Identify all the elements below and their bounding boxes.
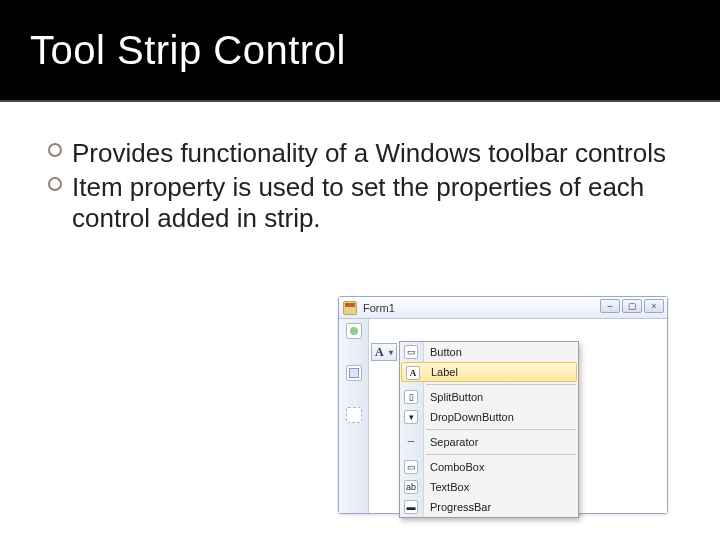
- separator-icon: ─: [404, 435, 418, 449]
- progressbar-icon: ▬: [404, 500, 418, 514]
- window-title: Form1: [363, 302, 395, 314]
- dropdown-item-splitbutton[interactable]: ▯ SplitButton: [400, 387, 578, 407]
- bullet-item: Provides functionality of a Windows tool…: [48, 138, 684, 170]
- dropdown-item-combobox[interactable]: ▭ ComboBox: [400, 457, 578, 477]
- slide-title: Tool Strip Control: [30, 28, 346, 73]
- window-titlebar: Form1 – ▢ ×: [339, 297, 667, 319]
- maximize-button[interactable]: ▢: [622, 299, 642, 313]
- dropdown-item-label[interactable]: A Label: [401, 362, 577, 382]
- combobox-icon: ▭: [404, 460, 418, 474]
- dropdownbutton-icon: ▾: [404, 410, 418, 424]
- bullet-item: Item property is used to set the propert…: [48, 172, 684, 235]
- dropdown-item-label: Button: [430, 346, 462, 358]
- bullet-marker-icon: [48, 177, 62, 191]
- bullet-text: Item property is used to set the propert…: [72, 172, 644, 234]
- dropdown-item-label: ProgressBar: [430, 501, 491, 513]
- form-canvas: A ▾ ▭ Button A Label ▯ SplitButton: [369, 319, 667, 513]
- dropdown-item-separator[interactable]: ─ Separator: [400, 432, 578, 452]
- add-item-dropdown-button[interactable]: A ▾: [371, 343, 397, 361]
- dropdown-separator: [426, 429, 576, 430]
- dropdown-item-label: Label: [431, 366, 458, 378]
- dropdown-item-dropdownbutton[interactable]: ▾ DropDownButton: [400, 407, 578, 427]
- dropdown-item-textbox[interactable]: ab TextBox: [400, 477, 578, 497]
- toolstrip-icon[interactable]: [346, 365, 362, 381]
- form-icon: [343, 301, 357, 315]
- dropdown-item-label: DropDownButton: [430, 411, 514, 423]
- toolstrip-icon[interactable]: [346, 323, 362, 339]
- vertical-toolstrip: [339, 319, 369, 513]
- dropdown-item-progressbar[interactable]: ▬ ProgressBar: [400, 497, 578, 517]
- toolstrip-icon[interactable]: [346, 407, 362, 423]
- textbox-icon: ab: [404, 480, 418, 494]
- bullet-marker-icon: [48, 143, 62, 157]
- window-body: A ▾ ▭ Button A Label ▯ SplitButton: [339, 319, 667, 513]
- item-type-dropdown: ▭ Button A Label ▯ SplitButton ▾ DropDow…: [399, 341, 579, 518]
- screenshot-form-window: Form1 – ▢ × A ▾ ▭ Button A: [338, 296, 668, 514]
- label-icon: A: [406, 366, 420, 380]
- dropdown-separator: [426, 384, 576, 385]
- slide-body: Provides functionality of a Windows tool…: [0, 102, 720, 235]
- splitbutton-icon: ▯: [404, 390, 418, 404]
- window-controls: – ▢ ×: [600, 299, 664, 313]
- dropdown-item-label: ComboBox: [430, 461, 484, 473]
- slide-title-band: Tool Strip Control: [0, 0, 720, 102]
- bullet-text: Provides functionality of a Windows tool…: [72, 138, 666, 168]
- minimize-button[interactable]: –: [600, 299, 620, 313]
- dropdown-letter: A: [375, 345, 384, 360]
- dropdown-item-label: TextBox: [430, 481, 469, 493]
- dropdown-item-button[interactable]: ▭ Button: [400, 342, 578, 362]
- button-icon: ▭: [404, 345, 418, 359]
- close-button[interactable]: ×: [644, 299, 664, 313]
- dropdown-item-label: SplitButton: [430, 391, 483, 403]
- dropdown-separator: [426, 454, 576, 455]
- dropdown-item-label: Separator: [430, 436, 478, 448]
- chevron-down-icon: ▾: [389, 348, 393, 357]
